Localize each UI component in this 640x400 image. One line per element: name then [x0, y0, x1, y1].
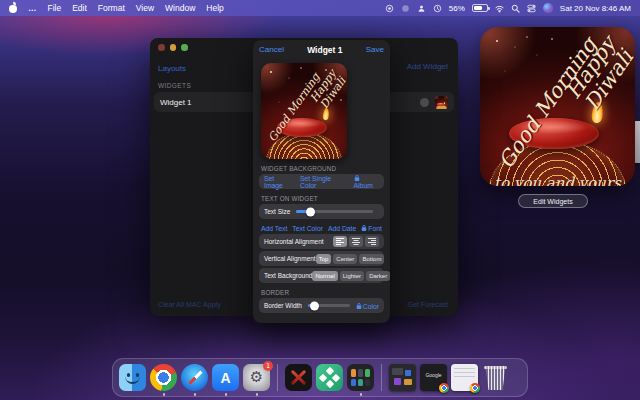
set-image-link[interactable]: Set Image — [264, 175, 294, 189]
vertical-alignment-row: Vertical Alignment Top Center Bottom — [259, 251, 384, 266]
border-width-slider-thumb[interactable] — [310, 301, 319, 310]
spotlight-search-icon[interactable] — [511, 4, 520, 13]
text-size-slider-thumb[interactable] — [306, 207, 315, 216]
lock-icon — [361, 224, 367, 232]
widget-row-handle[interactable] — [420, 98, 429, 107]
text-links-row: Add Text Text Color Add Date Font — [259, 221, 384, 234]
chrome-dock-icon[interactable] — [150, 364, 177, 391]
diwali-widget-large[interactable]: Good Morning HappyDiwali to you and your… — [480, 27, 635, 186]
textbg-lighter-button[interactable]: Lighter — [340, 271, 364, 281]
screen-recording-icon[interactable] — [385, 4, 394, 13]
menu-edit[interactable]: Edit — [72, 3, 87, 13]
menu-file[interactable]: File — [48, 3, 62, 13]
widget-grid-app-dock-icon[interactable] — [347, 364, 374, 391]
text-size-slider[interactable] — [296, 210, 373, 213]
border-header: BORDER — [261, 289, 382, 296]
menu-format[interactable]: Format — [98, 3, 125, 13]
dock-separator — [381, 364, 382, 391]
add-widget-link[interactable]: Add Widget — [407, 62, 448, 71]
minimized-light-window-thumbnail[interactable] — [451, 364, 478, 391]
cancel-button[interactable]: Cancel — [259, 45, 284, 54]
widget-edit-sheet: Cancel Widget 1 Save Good Morning HappyD… — [253, 40, 390, 323]
valign-top-button[interactable]: Top — [316, 254, 332, 264]
menu-window[interactable]: Window — [165, 3, 195, 13]
align-left-button[interactable] — [333, 236, 347, 247]
layouts-link[interactable]: Layouts — [158, 64, 186, 73]
running-indicator — [163, 393, 166, 396]
menu-view[interactable]: View — [136, 3, 154, 13]
font-link[interactable]: Font — [361, 224, 382, 232]
save-button[interactable]: Save — [366, 45, 384, 54]
minimized-window-thumbnail[interactable] — [389, 364, 416, 391]
control-center-icon[interactable] — [527, 4, 536, 13]
finder-dock-icon[interactable] — [119, 364, 146, 391]
align-center-button[interactable] — [349, 236, 363, 247]
notification-badge: 1 — [263, 361, 273, 371]
text-size-label: Text Size — [264, 208, 290, 215]
system-preferences-dock-icon[interactable]: ⚙1 — [243, 364, 270, 391]
album-link[interactable]: Album — [354, 174, 379, 189]
chrome-badge-icon — [470, 383, 480, 393]
menu-help[interactable]: Help — [206, 3, 223, 13]
safari-dock-icon[interactable] — [181, 364, 208, 391]
lock-icon — [356, 302, 362, 310]
menu-bar-clock[interactable]: Sat 20 Nov 8:46 AM — [560, 4, 631, 13]
trash-dock-icon[interactable] — [482, 364, 509, 391]
siri-icon[interactable] — [543, 3, 553, 13]
get-forecast-link[interactable]: Get Forecast — [408, 301, 448, 308]
align-right-button[interactable] — [365, 236, 379, 247]
close-window-button[interactable] — [158, 44, 165, 51]
sparkles-decoration — [496, 40, 498, 42]
text-color-link[interactable]: Text Color — [292, 225, 323, 232]
border-color-link[interactable]: Color — [356, 302, 379, 310]
widgets-section-header: WIDGETS — [158, 82, 191, 89]
add-date-link[interactable]: Add Date — [328, 225, 356, 232]
battery-percent: 56% — [449, 4, 465, 13]
sync-icon[interactable] — [433, 4, 442, 13]
battery-icon — [472, 4, 488, 12]
horizontal-alignment-row: Horizontal Alignment — [259, 234, 384, 249]
app-menu[interactable]: … — [28, 3, 37, 13]
set-single-color-link[interactable]: Set Single Color — [300, 175, 348, 189]
minimize-window-button[interactable] — [170, 44, 177, 51]
valign-center-button[interactable]: Center — [333, 254, 357, 264]
wifi-icon[interactable] — [495, 4, 504, 13]
desktop: … File Edit Format View Window Help 56% … — [0, 0, 640, 400]
sheet-title: Widget 1 — [307, 45, 342, 55]
running-indicator — [360, 393, 363, 396]
widget-background-header: WIDGET BACKGROUND — [261, 165, 382, 172]
app-store-dock-icon[interactable]: A — [212, 364, 239, 391]
menu-bar: … File Edit Format View Window Help 56% … — [0, 0, 640, 16]
widget-preview: Good Morning HappyDiwali — [261, 63, 347, 159]
widget-background-row: Set Image Set Single Color Album — [259, 174, 384, 189]
closing-text: to you and yours — [480, 174, 635, 186]
window-traffic-lights — [158, 44, 188, 51]
running-indicator — [194, 393, 197, 396]
textbg-normal-button[interactable]: Normal — [312, 271, 337, 281]
sheet-header: Cancel Widget 1 Save — [259, 40, 384, 59]
text-on-widget-header: TEXT ON WIDGET — [261, 195, 382, 202]
widget-row-thumbnail — [435, 96, 448, 109]
valign-bottom-button[interactable]: Bottom — [359, 254, 384, 264]
border-width-row: Border Width Color — [259, 298, 384, 313]
widget-row-label: Widget 1 — [160, 98, 192, 107]
minimized-google-window-thumbnail[interactable]: Google — [420, 364, 447, 391]
green-diamond-app-dock-icon[interactable] — [316, 364, 343, 391]
textbg-darker-button[interactable]: Darker — [366, 271, 390, 281]
black-red-app-dock-icon[interactable] — [285, 364, 312, 391]
apple-menu-icon[interactable] — [9, 3, 17, 13]
lock-icon — [354, 174, 360, 182]
running-indicator — [225, 393, 228, 396]
horizontal-alignment-label: Horizontal Alignment — [264, 238, 324, 245]
edit-widgets-button[interactable]: Edit Widgets — [518, 194, 588, 208]
vertical-alignment-label: Vertical Alignment — [264, 255, 316, 262]
vpn-icon[interactable] — [417, 4, 426, 13]
zoom-window-button[interactable] — [181, 44, 188, 51]
clear-all-link[interactable]: Clear All MAC Apply — [158, 301, 221, 308]
dock-separator — [277, 364, 278, 391]
border-width-slider[interactable] — [308, 304, 350, 307]
dock: A ⚙1 Google — [112, 358, 528, 397]
border-width-label: Border Width — [264, 302, 302, 309]
do-not-disturb-icon[interactable] — [401, 4, 410, 13]
add-text-link[interactable]: Add Text — [261, 225, 287, 232]
